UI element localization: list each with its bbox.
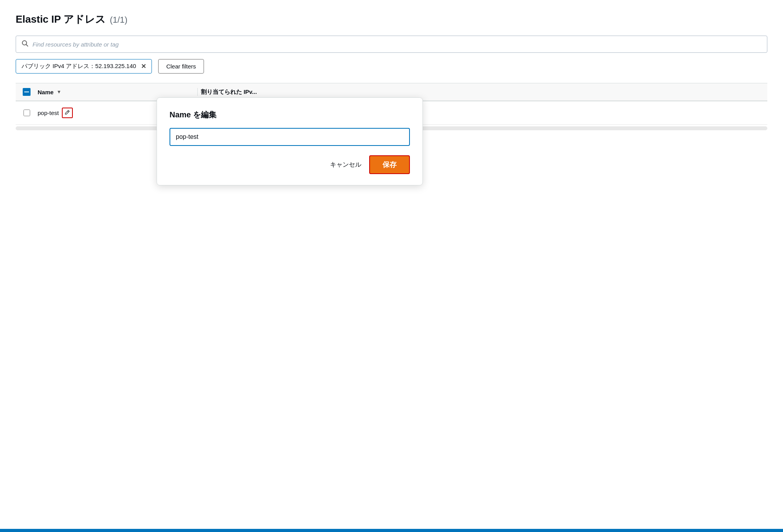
edit-popup-actions: キャンセル 保存 bbox=[170, 155, 410, 174]
save-button[interactable]: 保存 bbox=[369, 155, 410, 174]
page-title: Elastic IP アドレス (1/1) bbox=[16, 13, 767, 26]
edit-popup: Name を編集 キャンセル 保存 bbox=[157, 97, 423, 185]
svg-line-1 bbox=[26, 45, 28, 47]
filter-tag: パブリック IPv4 アドレス：52.193.225.140 ✕ bbox=[16, 59, 152, 74]
search-bar[interactable]: Find resources by attribute or tag bbox=[16, 36, 767, 53]
filter-row: パブリック IPv4 アドレス：52.193.225.140 ✕ Clear f… bbox=[16, 59, 767, 74]
page-title-count: (1/1) bbox=[110, 15, 127, 25]
clear-filters-button[interactable]: Clear filters bbox=[158, 59, 204, 74]
bottom-accent-bar bbox=[0, 529, 783, 532]
edit-pencil-icon bbox=[65, 110, 70, 116]
filter-tag-label: パブリック IPv4 アドレス：52.193.225.140 bbox=[22, 63, 136, 70]
column-ipv4-header: 割り当てられた IPv... bbox=[201, 88, 767, 96]
svg-line-2 bbox=[68, 111, 69, 112]
table: Name ▼ 割り当てられた IPv... pop-test bbox=[16, 83, 767, 130]
filter-tag-remove-button[interactable]: ✕ bbox=[141, 63, 146, 70]
table-row: pop-test 5.140 Name を編集 キャンセル bbox=[16, 101, 767, 125]
edit-name-input[interactable] bbox=[170, 128, 410, 146]
checkbox-minus-icon bbox=[23, 88, 31, 96]
column-name-header: Name ▼ bbox=[38, 89, 194, 95]
column-name-label: Name bbox=[38, 89, 54, 95]
column-divider bbox=[197, 88, 198, 96]
row-checkbox[interactable] bbox=[16, 110, 38, 116]
cancel-button[interactable]: キャンセル bbox=[330, 157, 361, 173]
page-container: Elastic IP アドレス (1/1) Find resources by … bbox=[0, 0, 783, 532]
search-placeholder: Find resources by attribute or tag bbox=[32, 41, 119, 48]
edit-popup-title: Name を編集 bbox=[170, 110, 410, 120]
search-icon bbox=[22, 40, 29, 49]
page-title-text: Elastic IP アドレス bbox=[16, 13, 106, 26]
edit-name-button[interactable] bbox=[62, 108, 73, 118]
header-checkbox[interactable] bbox=[16, 88, 38, 96]
row-name-text: pop-test bbox=[38, 110, 59, 116]
row-checkbox-input[interactable] bbox=[23, 110, 30, 116]
sort-icon[interactable]: ▼ bbox=[57, 89, 61, 95]
